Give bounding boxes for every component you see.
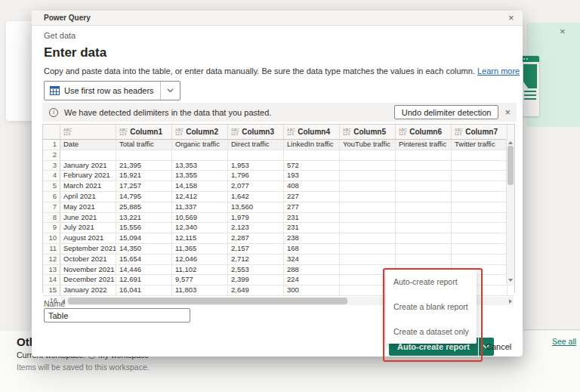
grid-cell[interactable]: [172, 150, 228, 160]
grid-cell[interactable]: 12,340: [172, 223, 228, 233]
grid-cell[interactable]: June 2021: [60, 213, 116, 223]
grid-cell[interactable]: 2,123: [228, 223, 284, 233]
grid-cell[interactable]: May 2021: [60, 202, 116, 212]
grid-cell[interactable]: 11,102: [172, 265, 228, 275]
menu-item-create-dataset-only[interactable]: Create a dataset only: [386, 319, 477, 344]
grid-cell[interactable]: 14,446: [116, 265, 172, 275]
grid-cell[interactable]: [452, 233, 508, 243]
grid-cell[interactable]: [452, 181, 508, 191]
grid-cell[interactable]: [340, 233, 396, 243]
column-header-Column2[interactable]: ABC123Column2: [172, 125, 228, 139]
grid-cell[interactable]: [396, 161, 452, 171]
grid-cell[interactable]: 15,094: [116, 233, 172, 243]
grid-cell[interactable]: [452, 255, 508, 264]
grid-cell[interactable]: 2,157: [228, 244, 284, 254]
grid-cell[interactable]: 231: [284, 213, 340, 223]
vertical-scrollbar[interactable]: [506, 139, 514, 284]
grid-cell[interactable]: 227: [284, 192, 340, 202]
grid-cell[interactable]: 13,221: [116, 213, 172, 223]
grid-cell[interactable]: December 2021: [60, 275, 116, 285]
grid-cell[interactable]: 2,712: [228, 255, 284, 264]
grid-cell[interactable]: [452, 192, 508, 202]
grid-cell[interactable]: [340, 213, 396, 223]
grid-cell[interactable]: 2,287: [228, 233, 284, 243]
grid-cell[interactable]: [452, 213, 508, 223]
column-header-Column6[interactable]: ABC123Column6: [396, 125, 452, 139]
grid-cell[interactable]: 238: [284, 233, 340, 243]
grid-cell[interactable]: [228, 150, 284, 160]
scroll-right-icon[interactable]: [509, 299, 512, 304]
grid-cell[interactable]: September 2021: [60, 244, 116, 254]
grid-cell[interactable]: 2,077: [228, 181, 284, 191]
grid-cell[interactable]: March 2021: [60, 181, 116, 191]
grid-cell[interactable]: July 2021: [60, 223, 116, 233]
grid-cell[interactable]: [396, 223, 452, 233]
grid-cell[interactable]: [452, 161, 508, 171]
grid-cell[interactable]: [452, 150, 508, 160]
grid-cell[interactable]: 2,649: [228, 286, 284, 295]
grid-cell[interactable]: [396, 150, 452, 160]
grid-cell[interactable]: 1,953: [228, 161, 284, 171]
grid-cell[interactable]: Total traffic: [116, 140, 172, 150]
grid-cell[interactable]: 13,353: [172, 161, 228, 171]
grid-cell[interactable]: February 2021: [60, 171, 116, 181]
grid-cell[interactable]: [452, 202, 508, 212]
grid-cell[interactable]: 11,365: [172, 244, 228, 254]
grid-cell[interactable]: August 2021: [60, 233, 116, 243]
menu-item-create-blank-report[interactable]: Create a blank report: [386, 294, 477, 319]
grid-cell[interactable]: 14,795: [116, 192, 172, 202]
grid-cell[interactable]: 1,796: [228, 171, 284, 181]
grid-cell[interactable]: 193: [284, 171, 340, 181]
grid-cell[interactable]: [452, 244, 508, 254]
grid-cell[interactable]: 16,041: [116, 286, 172, 295]
grid-cell[interactable]: 13,355: [172, 171, 228, 181]
dialog-close-icon[interactable]: ×: [508, 13, 514, 23]
grid-cell[interactable]: [340, 244, 396, 254]
grid-cell[interactable]: 17,257: [116, 181, 172, 191]
grid-cell[interactable]: Organic traffic: [172, 140, 228, 150]
grid-cell[interactable]: 25,885: [116, 202, 172, 212]
grid-cell[interactable]: [396, 192, 452, 202]
breadcrumb-get-data[interactable]: Get data: [44, 31, 76, 40]
grid-cell[interactable]: YouTube traffic: [340, 140, 396, 150]
grid-cell[interactable]: 14,350: [116, 244, 172, 254]
grid-cell[interactable]: 231: [284, 223, 340, 233]
grid-cell[interactable]: 12,115: [172, 233, 228, 243]
grid-cell[interactable]: 15,556: [116, 223, 172, 233]
grid-cell[interactable]: [452, 171, 508, 181]
scroll-up-icon[interactable]: [508, 141, 513, 144]
column-header-Column3[interactable]: ABC123Column3: [228, 125, 284, 139]
banner-close-icon[interactable]: ×: [504, 107, 511, 117]
grid-cell[interactable]: 572: [284, 161, 340, 171]
grid-cell[interactable]: [116, 150, 172, 160]
grid-cell[interactable]: October 2021: [60, 255, 116, 264]
grid-cell[interactable]: [340, 223, 396, 233]
grid-cell[interactable]: [340, 150, 396, 160]
grid-cell[interactable]: [452, 223, 508, 233]
grid-cell[interactable]: [340, 202, 396, 212]
grid-cell[interactable]: [396, 171, 452, 181]
grid-cell[interactable]: 15,921: [116, 171, 172, 181]
grid-cell[interactable]: 1,979: [228, 213, 284, 223]
grid-cell[interactable]: November 2021: [60, 265, 116, 275]
column-header-Column5[interactable]: ABC123Column5: [340, 125, 396, 139]
menu-item-auto-create-report[interactable]: Auto-create report: [386, 269, 477, 294]
grid-cell[interactable]: Twitter traffic: [452, 140, 508, 150]
grid-cell[interactable]: 408: [284, 181, 340, 191]
grid-cell[interactable]: 168: [284, 244, 340, 254]
grid-cell[interactable]: [340, 161, 396, 171]
chevron-down-icon[interactable]: [161, 88, 180, 93]
column-header-Column1[interactable]: ABC123Column1: [116, 125, 172, 139]
learn-more-link[interactable]: Learn more: [477, 66, 520, 76]
grid-cell[interactable]: 277: [284, 202, 340, 212]
column-header-Column7[interactable]: ABC123Column7: [452, 125, 508, 139]
grid-cell[interactable]: [340, 255, 396, 264]
grid-cell[interactable]: 2,399: [228, 275, 284, 285]
grid-cell[interactable]: 324: [284, 255, 340, 264]
grid-cell[interactable]: 15,654: [116, 255, 172, 264]
grid-cell[interactable]: 12,046: [172, 255, 228, 264]
grid-cell[interactable]: January 2022: [60, 286, 116, 295]
column-header-Column4[interactable]: ABC123Column4: [284, 125, 340, 139]
vertical-scroll-thumb[interactable]: [508, 146, 514, 185]
name-input[interactable]: [44, 308, 190, 323]
